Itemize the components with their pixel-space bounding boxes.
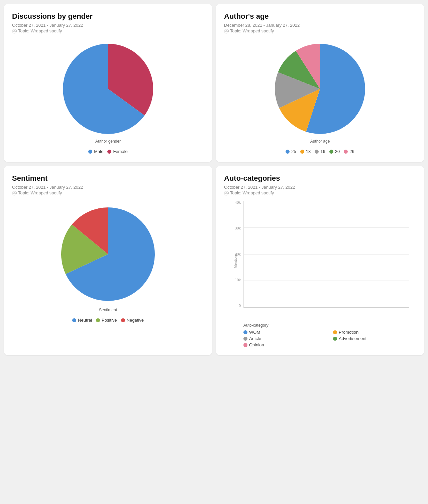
positive-label: Positive	[102, 318, 117, 323]
topic-icon-sentiment: ⓘ	[12, 191, 17, 195]
y-40k: 40k	[235, 201, 241, 204]
wom-dot	[243, 330, 247, 334]
age-card: Author's age December 28, 2021 - January…	[216, 4, 424, 162]
topic-icon-age: ⓘ	[224, 29, 229, 33]
female-dot	[107, 150, 111, 154]
legend-item-neutral: Neutral	[72, 318, 92, 323]
autocategories-topic: ⓘ Topic: Wrapped spotify	[224, 190, 416, 195]
age-legend-label: Author age	[310, 139, 330, 144]
opinion-dot	[243, 343, 247, 347]
gridline-40k	[244, 201, 409, 201]
sentiment-legend: Neutral Positive Negative	[72, 318, 144, 323]
article-dot	[243, 337, 247, 341]
promotion-label: Promotion	[339, 330, 358, 335]
gender-chart-area: Author gender Male Female	[12, 39, 204, 154]
legend-item-positive: Positive	[96, 318, 117, 323]
gender-legend-label: Author gender	[95, 139, 121, 144]
age-25-dot	[286, 150, 290, 154]
age-18-label: 18	[306, 149, 311, 154]
neutral-label: Neutral	[78, 318, 92, 323]
bar-legend-promotion: Promotion	[333, 330, 413, 335]
bar-legend-article: Article	[243, 336, 323, 341]
age-16-label: 16	[320, 149, 325, 154]
age-20-label: 20	[335, 149, 340, 154]
dashboard-grid: Discussions by gender October 27, 2021 -…	[4, 4, 424, 355]
age-title: Author's age	[224, 12, 416, 21]
gender-card: Discussions by gender October 27, 2021 -…	[4, 4, 212, 162]
opinion-label: Opinion	[249, 342, 264, 347]
age-26-label: 26	[349, 149, 354, 154]
autocategories-title: Auto-categories	[224, 174, 416, 183]
male-dot	[88, 150, 92, 154]
article-label: Article	[249, 336, 261, 341]
legend-item-female: Female	[107, 149, 127, 154]
legend-item-18: 18	[300, 149, 311, 154]
bar-chart-legend-section: Auto-category WOM Promotion Article	[227, 323, 413, 347]
autocategory-legend-label: Auto-category	[243, 323, 413, 328]
sentiment-title: Sentiment	[12, 174, 204, 183]
female-label: Female	[113, 149, 127, 154]
age-20-dot	[329, 150, 333, 154]
gender-title: Discussions by gender	[12, 12, 204, 21]
male-label: Male	[94, 149, 103, 154]
y-30k: 30k	[235, 226, 241, 230]
gridline-30k	[244, 227, 409, 228]
gridline-20k	[244, 254, 409, 255]
age-25-label: 25	[291, 149, 296, 154]
legend-item-negative: Negative	[121, 318, 144, 323]
negative-label: Negative	[127, 318, 144, 323]
y-0: 0	[239, 304, 241, 308]
negative-dot	[121, 318, 125, 322]
sentiment-pie-chart	[55, 201, 162, 308]
mentions-axis-label: Mentions	[233, 254, 237, 269]
age-18-dot	[300, 150, 304, 154]
topic-icon: ⓘ	[12, 29, 17, 33]
age-26-dot	[344, 150, 348, 154]
promotion-dot	[333, 330, 337, 334]
positive-dot	[96, 318, 100, 322]
advertisement-dot	[333, 337, 337, 341]
legend-item-20: 20	[329, 149, 340, 154]
legend-item-26: 26	[344, 149, 354, 154]
autocategories-date: October 27, 2021 - January 27, 2022	[224, 185, 416, 190]
sentiment-chart-area: Sentiment Neutral Positive Negative	[12, 201, 204, 323]
sentiment-topic: ⓘ Topic: Wrapped spotify	[12, 190, 204, 195]
wom-label: WOM	[249, 330, 260, 335]
topic-icon-auto: ⓘ	[224, 191, 229, 195]
age-pie-chart	[270, 39, 370, 139]
neutral-dot	[72, 318, 76, 322]
autocategories-card: Auto-categories October 27, 2021 - Janua…	[216, 166, 424, 355]
bar-chart-inner: 40k 30k 20k 10k 0 Mentions	[227, 201, 413, 321]
gender-date: October 27, 2021 - January 27, 2022	[12, 23, 204, 28]
age-date: December 28, 2021 - January 27, 2022	[224, 23, 416, 28]
bar-legend-advertisement: Advertisement	[333, 336, 413, 341]
sentiment-card: Sentiment October 27, 2021 - January 27,…	[4, 166, 212, 355]
legend-item-25: 25	[286, 149, 296, 154]
age-topic: ⓘ Topic: Wrapped spotify	[224, 28, 416, 33]
bar-legend-opinion: Opinion	[243, 342, 323, 347]
advertisement-label: Advertisement	[339, 336, 366, 341]
y-10k: 10k	[235, 278, 241, 282]
plot-area	[243, 201, 409, 308]
bar-chart-container: 40k 30k 20k 10k 0 Mentions	[224, 201, 416, 347]
sentiment-legend-label: Sentiment	[99, 308, 117, 312]
age-16-dot	[315, 150, 319, 154]
gender-pie-chart	[58, 39, 158, 139]
legend-item-male: Male	[88, 149, 103, 154]
legend-item-16: 16	[315, 149, 325, 154]
gender-topic: ⓘ Topic: Wrapped spotify	[12, 28, 204, 33]
sentiment-date: October 27, 2021 - January 27, 2022	[12, 185, 204, 190]
bar-legend-grid: WOM Promotion Article Advertisement	[243, 330, 413, 347]
gender-legend: Male Female	[88, 149, 128, 154]
bar-legend-wom: WOM	[243, 330, 323, 335]
age-chart-area: Author age 25 18 16 20	[224, 39, 416, 154]
gridline-10k	[244, 281, 409, 281]
age-legend: 25 18 16 20 26	[286, 149, 354, 154]
